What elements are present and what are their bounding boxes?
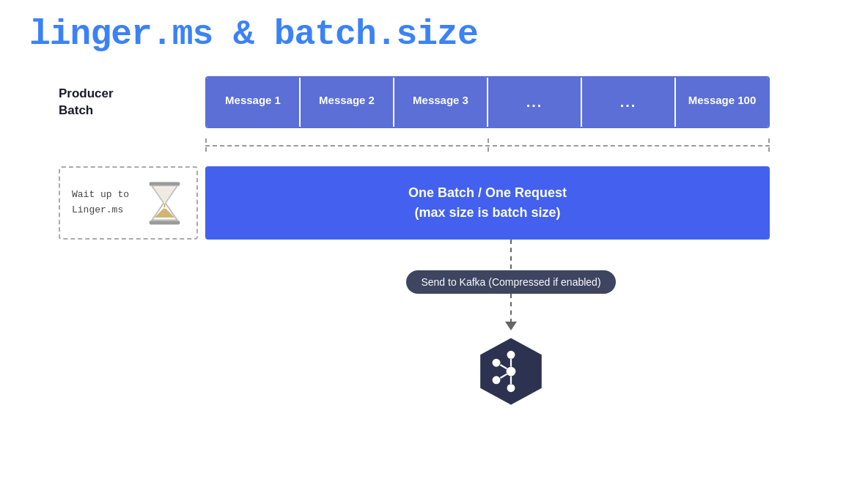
svg-rect-1 (150, 220, 180, 224)
message-100: Message 100 (676, 78, 768, 127)
wait-box: Wait up to Linger.ms (59, 166, 198, 240)
row-batch: ProducerBatch Message 1 Message 2 Messag… (59, 76, 817, 128)
message-dots-2: ... (582, 78, 676, 127)
svg-point-7 (493, 359, 501, 367)
bracket-tick-right (768, 138, 770, 152)
svg-point-8 (493, 376, 501, 384)
diagram-area: ProducerBatch Message 1 Message 2 Messag… (59, 76, 817, 408)
svg-point-6 (507, 384, 515, 392)
hourglass-icon (144, 179, 185, 227)
batch-messages: Message 1 Message 2 Message 3 ... ... Me… (205, 76, 770, 128)
svg-point-4 (507, 367, 516, 377)
row-arrow: Send to Kafka (Compressed if enabled) (205, 240, 817, 408)
message-1: Message 1 (207, 78, 301, 127)
kafka-hexagon (474, 335, 548, 408)
dashed-bracket (205, 138, 770, 152)
message-dots-1: ... (488, 78, 582, 127)
kafka-hex-svg (474, 331, 548, 412)
row-bracket (205, 138, 817, 152)
producer-batch-label-text: ProducerBatch (59, 86, 114, 116)
one-batch-box: One Batch / One Request (max size is bat… (205, 166, 770, 240)
one-batch-line2: (max size is batch size) (408, 203, 567, 223)
svg-point-5 (507, 351, 515, 359)
page-container: linger.ms & batch.size ProducerBatch Mes… (0, 0, 846, 504)
wait-text: Wait up to Linger.ms (72, 188, 129, 218)
page-title: linger.ms & batch.size (29, 15, 817, 54)
one-batch-text: One Batch / One Request (max size is bat… (408, 183, 567, 223)
dashed-arrow-bottom (510, 294, 512, 323)
producer-batch-label: ProducerBatch (59, 86, 205, 118)
message-2: Message 2 (301, 78, 394, 127)
bracket-tick-left (205, 138, 207, 152)
message-3: Message 3 (394, 78, 488, 127)
dashed-arrow-top (510, 240, 512, 269)
arrow-container: Send to Kafka (Compressed if enabled) (229, 240, 793, 408)
send-badge: Send to Kafka (Compressed if enabled) (406, 270, 615, 294)
wait-line2: Linger.ms (72, 204, 123, 215)
one-batch-line1: One Batch / One Request (408, 183, 567, 203)
arrow-head-icon (505, 322, 517, 330)
row-wait: Wait up to Linger.ms (59, 166, 817, 240)
wait-line1: Wait up to (72, 189, 129, 200)
